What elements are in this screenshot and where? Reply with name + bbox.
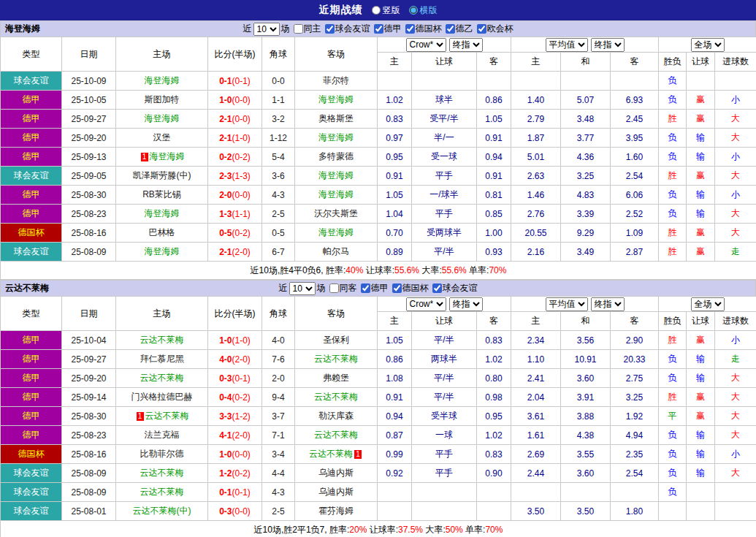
home-team-name[interactable]: 云达不莱梅 (140, 468, 184, 478)
euro-average-select[interactable]: 平均值 (546, 38, 588, 52)
home-team-name[interactable]: RB莱比锡 (142, 189, 181, 199)
league-filter-checkbox[interactable] (374, 24, 383, 34)
horizontal-radio[interactable] (409, 6, 418, 15)
league-filter-checkbox[interactable] (392, 283, 402, 293)
away-team-name[interactable]: 海登海姆 (318, 227, 354, 237)
league-filter-checkbox[interactable] (405, 24, 415, 34)
away-team-name[interactable]: 乌迪内斯 (318, 468, 354, 478)
home-team-name[interactable]: 汉堡 (153, 132, 171, 142)
euro-odds-1: 3.77 (561, 129, 611, 148)
match-count-select[interactable]: 10 (253, 23, 280, 36)
euro-final-select[interactable]: 终指 (591, 297, 625, 311)
away-team-name[interactable]: 海登海姆 (318, 132, 354, 142)
same-venue-filter[interactable]: 同主 (290, 23, 321, 35)
league-filter[interactable]: 德甲 (370, 23, 402, 35)
euro-odds-2 (611, 72, 659, 91)
euro-final-select[interactable]: 终指 (591, 38, 625, 52)
home-team-name[interactable]: 海登海姆 (145, 113, 180, 123)
score-cell: 4-0(2-0) (208, 350, 262, 369)
home-team-name[interactable]: 云达不莱梅(中) (133, 506, 191, 516)
away-team-name[interactable]: 沃尔夫斯堡 (314, 208, 358, 218)
away-team-name[interactable]: 云达不莱梅 (309, 449, 353, 459)
league-filter-checkbox[interactable] (361, 283, 370, 293)
asia-odds-1: 平手 (412, 205, 477, 224)
home-team-name[interactable]: 斯图加特 (145, 94, 180, 104)
bookmaker-select[interactable]: Crow* (406, 38, 446, 52)
away-team-name[interactable]: 多特蒙德 (318, 151, 354, 161)
away-team-name[interactable]: 乌迪内斯 (318, 487, 354, 497)
league-filter-checkbox[interactable] (477, 24, 486, 34)
away-team-name[interactable]: 海登海姆 (318, 94, 354, 104)
league-filter-checkbox[interactable] (325, 24, 335, 34)
layout-option-horizontal[interactable]: 横版 (409, 4, 438, 17)
result-handicap: 输 (687, 350, 715, 369)
home-team-name[interactable]: 凯泽斯劳滕(中) (133, 170, 191, 180)
layout-option-vertical[interactable]: 竖版 (372, 4, 400, 17)
home-team-name[interactable]: 比勒菲尔德 (140, 449, 184, 459)
vertical-radio[interactable] (372, 6, 381, 15)
home-team-name[interactable]: 云达不莱梅 (140, 373, 184, 383)
away-team-name[interactable]: 云达不莱梅 (314, 392, 358, 402)
league-filter[interactable]: 德乙 (442, 23, 473, 35)
away-team-name[interactable]: 帕尔马 (323, 246, 349, 256)
scope-select[interactable]: 全场 (691, 297, 725, 311)
summary-segment: 70% (485, 525, 503, 535)
asia-odds-1: 受平/半 (412, 110, 477, 129)
red-card-badge: 1 (141, 153, 148, 161)
match-count-select[interactable]: 10 (289, 282, 316, 295)
result-goals (715, 72, 756, 91)
score-cell: 2-3(1-3) (208, 167, 262, 186)
away-team-cell: 海登海姆 (295, 129, 378, 148)
bookmaker-select[interactable]: Crow* (406, 297, 446, 311)
col-header-corner: 角球 (262, 37, 295, 72)
away-team-name[interactable]: 菲尔特 (323, 75, 349, 85)
league-filter[interactable]: 欧会杯 (473, 23, 513, 35)
away-team-name[interactable]: 霍芬海姆 (318, 506, 354, 516)
home-team-name[interactable]: 云达不莱梅 (140, 335, 184, 345)
league-filter[interactable]: 球会友谊 (321, 23, 370, 35)
home-team-name[interactable]: 海登海姆 (145, 75, 180, 85)
same-venue-filter[interactable]: 同客 (326, 282, 357, 294)
away-team-name[interactable]: 弗赖堡 (323, 373, 349, 383)
league-filter[interactable]: 德国杯 (402, 23, 442, 35)
same-venue-filter-checkbox[interactable] (329, 283, 339, 293)
league-filter[interactable]: 德国杯 (389, 282, 429, 294)
league-filter[interactable]: 球会友谊 (429, 282, 478, 294)
home-team-name[interactable]: 拜仁慕尼黑 (140, 354, 184, 364)
euro-odds-2: 6.06 (611, 186, 659, 205)
home-team-name[interactable]: 海登海姆 (150, 151, 185, 161)
asia-final-select[interactable]: 终指 (449, 38, 483, 52)
col-header-result-0: 胜负 (659, 53, 687, 72)
home-team-name[interactable]: 云达不莱梅 (145, 411, 189, 421)
same-venue-filter-checkbox[interactable] (294, 24, 303, 34)
result-handicap (687, 72, 715, 91)
away-team-name[interactable]: 云达不莱梅 (314, 354, 358, 364)
league-filter-checkbox[interactable] (432, 283, 442, 293)
asia-odds-2: 0.95 (477, 407, 511, 426)
away-team-name[interactable]: 奥格斯堡 (318, 113, 354, 123)
home-team-name[interactable]: 海登海姆 (145, 208, 180, 218)
asia-final-select[interactable]: 终指 (449, 297, 483, 311)
league-filter[interactable]: 德甲 (357, 282, 389, 294)
home-team-name[interactable]: 云达不莱梅 (140, 487, 184, 497)
home-team-name[interactable]: 巴林格 (149, 227, 175, 237)
summary-row: 近10场,胜2平1负7, 胜率:20% 让球率:37.5% 大率:50% 单率:… (1, 521, 756, 537)
home-team-name[interactable]: 门兴格拉德巴赫 (131, 392, 193, 402)
match-row: 德甲25-08-301云达不莱梅3-3(1-2)3-7勒沃库森0.94受半球0.… (1, 407, 756, 426)
asia-odds-2: 0.86 (477, 91, 511, 110)
filter-controls: 近10场同主球会友谊德甲德国杯德乙欧会杯 (243, 23, 513, 36)
euro-average-select[interactable]: 平均值 (546, 297, 588, 311)
euro-odds-0: 1.10 (511, 350, 561, 369)
match-date: 25-10-05 (62, 91, 116, 110)
league-filter-checkbox[interactable] (446, 24, 455, 34)
away-team-name[interactable]: 海登海姆 (318, 189, 354, 199)
home-team-name[interactable]: 海登海姆 (145, 246, 180, 256)
scope-select[interactable]: 全场 (691, 38, 725, 52)
away-team-name[interactable]: 云达不莱梅 (314, 430, 358, 440)
away-team-name[interactable]: 海登海姆 (318, 170, 354, 180)
away-team-name[interactable]: 圣保利 (323, 335, 349, 345)
away-team-name[interactable]: 勒沃库森 (318, 411, 354, 421)
summary-segment: 37.5% (398, 525, 423, 535)
home-team-name[interactable]: 法兰克福 (145, 430, 180, 440)
score-cell: 2-1(1-0) (208, 129, 262, 148)
